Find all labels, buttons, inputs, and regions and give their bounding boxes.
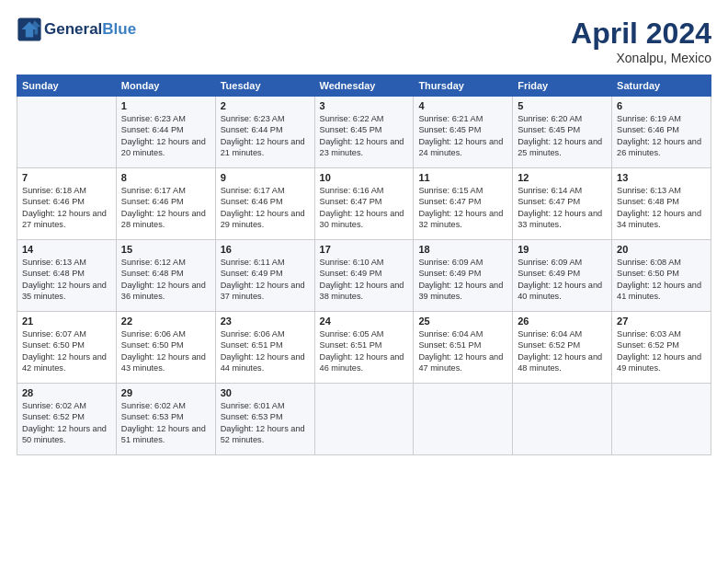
day-cell: 23 Sunrise: 6:06 AMSunset: 6:51 PMDaylig… [215,312,314,384]
day-cell: 19 Sunrise: 6:09 AMSunset: 6:49 PMDaylig… [513,240,612,312]
week-row-2: 7 Sunrise: 6:18 AMSunset: 6:46 PMDayligh… [17,168,711,240]
day-number: 1 [121,100,210,111]
day-info: Sunrise: 6:08 AMSunset: 6:50 PMDaylight:… [617,257,706,303]
logo-text: GeneralBlue [44,20,136,39]
day-number: 7 [22,172,111,183]
header: GeneralBlue April 2024 Xonalpu, Mexico [17,17,711,65]
day-number: 11 [418,172,507,183]
week-row-1: 1 Sunrise: 6:23 AMSunset: 6:44 PMDayligh… [17,97,711,168]
day-cell: 25 Sunrise: 6:04 AMSunset: 6:51 PMDaylig… [414,312,513,384]
day-info: Sunrise: 6:02 AMSunset: 6:52 PMDaylight:… [22,400,111,446]
day-cell [414,384,513,455]
day-number: 5 [518,100,607,111]
day-cell: 24 Sunrise: 6:05 AMSunset: 6:51 PMDaylig… [314,312,414,384]
day-number: 15 [121,244,210,255]
day-cell: 4 Sunrise: 6:21 AMSunset: 6:45 PMDayligh… [414,97,513,168]
day-cell [314,384,414,455]
day-info: Sunrise: 6:09 AMSunset: 6:49 PMDaylight:… [518,257,607,303]
day-number: 28 [22,387,111,398]
day-info: Sunrise: 6:11 AMSunset: 6:49 PMDaylight:… [221,257,310,303]
day-number: 14 [22,244,111,255]
day-info: Sunrise: 6:14 AMSunset: 6:47 PMDaylight:… [518,185,607,231]
day-cell [612,384,711,455]
day-info: Sunrise: 6:05 AMSunset: 6:51 PMDaylight:… [320,328,409,374]
day-info: Sunrise: 6:23 AMSunset: 6:44 PMDaylight:… [121,113,210,159]
day-cell: 20 Sunrise: 6:08 AMSunset: 6:50 PMDaylig… [612,240,711,312]
col-sunday: Sunday [17,75,117,97]
day-info: Sunrise: 6:06 AMSunset: 6:51 PMDaylight:… [221,328,310,374]
day-cell: 5 Sunrise: 6:20 AMSunset: 6:45 PMDayligh… [513,97,612,168]
logo-icon [17,17,42,42]
day-info: Sunrise: 6:13 AMSunset: 6:48 PMDaylight:… [617,185,706,231]
day-number: 29 [121,387,210,398]
day-number: 26 [518,316,607,327]
day-cell: 29 Sunrise: 6:02 AMSunset: 6:53 PMDaylig… [116,384,215,455]
day-info: Sunrise: 6:04 AMSunset: 6:51 PMDaylight:… [418,328,507,374]
day-number: 30 [221,387,310,398]
week-row-4: 21 Sunrise: 6:07 AMSunset: 6:50 PMDaylig… [17,312,711,384]
day-info: Sunrise: 6:07 AMSunset: 6:50 PMDaylight:… [22,328,111,374]
day-cell: 27 Sunrise: 6:03 AMSunset: 6:52 PMDaylig… [612,312,711,384]
day-info: Sunrise: 6:19 AMSunset: 6:46 PMDaylight:… [617,113,706,159]
col-wednesday: Wednesday [314,75,414,97]
day-number: 23 [221,316,310,327]
day-info: Sunrise: 6:17 AMSunset: 6:46 PMDaylight:… [121,185,210,231]
day-info: Sunrise: 6:22 AMSunset: 6:45 PMDaylight:… [320,113,409,159]
day-number: 18 [418,244,507,255]
day-cell: 16 Sunrise: 6:11 AMSunset: 6:49 PMDaylig… [215,240,314,312]
day-cell: 1 Sunrise: 6:23 AMSunset: 6:44 PMDayligh… [116,97,215,168]
day-number: 4 [418,100,507,111]
day-number: 22 [121,316,210,327]
col-friday: Friday [513,75,612,97]
day-cell: 8 Sunrise: 6:17 AMSunset: 6:46 PMDayligh… [116,168,215,240]
page: GeneralBlue April 2024 Xonalpu, Mexico S… [0,0,728,563]
col-saturday: Saturday [612,75,711,97]
day-cell [513,384,612,455]
day-cell: 26 Sunrise: 6:04 AMSunset: 6:52 PMDaylig… [513,312,612,384]
day-number: 25 [418,316,507,327]
title-block: April 2024 Xonalpu, Mexico [571,17,711,65]
day-cell: 17 Sunrise: 6:10 AMSunset: 6:49 PMDaylig… [314,240,414,312]
day-cell [17,97,117,168]
day-cell: 3 Sunrise: 6:22 AMSunset: 6:45 PMDayligh… [314,97,414,168]
month-title: April 2024 [571,17,711,51]
day-info: Sunrise: 6:06 AMSunset: 6:50 PMDaylight:… [121,328,210,374]
day-number: 27 [617,316,706,327]
week-row-5: 28 Sunrise: 6:02 AMSunset: 6:52 PMDaylig… [17,384,711,455]
col-tuesday: Tuesday [215,75,314,97]
day-cell: 21 Sunrise: 6:07 AMSunset: 6:50 PMDaylig… [17,312,117,384]
day-cell: 7 Sunrise: 6:18 AMSunset: 6:46 PMDayligh… [17,168,117,240]
day-cell: 13 Sunrise: 6:13 AMSunset: 6:48 PMDaylig… [612,168,711,240]
day-number: 24 [320,316,409,327]
day-cell: 28 Sunrise: 6:02 AMSunset: 6:52 PMDaylig… [17,384,117,455]
day-number: 13 [617,172,706,183]
day-cell: 18 Sunrise: 6:09 AMSunset: 6:49 PMDaylig… [414,240,513,312]
day-number: 19 [518,244,607,255]
header-row: Sunday Monday Tuesday Wednesday Thursday… [17,75,711,97]
day-info: Sunrise: 6:01 AMSunset: 6:53 PMDaylight:… [221,400,310,446]
calendar-table: Sunday Monday Tuesday Wednesday Thursday… [17,75,711,455]
day-info: Sunrise: 6:12 AMSunset: 6:48 PMDaylight:… [121,257,210,303]
day-number: 3 [320,100,409,111]
day-info: Sunrise: 6:10 AMSunset: 6:49 PMDaylight:… [320,257,409,303]
day-info: Sunrise: 6:13 AMSunset: 6:48 PMDaylight:… [22,257,111,303]
day-info: Sunrise: 6:23 AMSunset: 6:44 PMDaylight:… [221,113,310,159]
day-cell: 22 Sunrise: 6:06 AMSunset: 6:50 PMDaylig… [116,312,215,384]
day-cell: 14 Sunrise: 6:13 AMSunset: 6:48 PMDaylig… [17,240,117,312]
day-info: Sunrise: 6:16 AMSunset: 6:47 PMDaylight:… [320,185,409,231]
day-number: 16 [221,244,310,255]
day-info: Sunrise: 6:20 AMSunset: 6:45 PMDaylight:… [518,113,607,159]
day-cell: 11 Sunrise: 6:15 AMSunset: 6:47 PMDaylig… [414,168,513,240]
day-number: 21 [22,316,111,327]
day-info: Sunrise: 6:21 AMSunset: 6:45 PMDaylight:… [418,113,507,159]
day-info: Sunrise: 6:15 AMSunset: 6:47 PMDaylight:… [418,185,507,231]
day-cell: 6 Sunrise: 6:19 AMSunset: 6:46 PMDayligh… [612,97,711,168]
calendar-body: 1 Sunrise: 6:23 AMSunset: 6:44 PMDayligh… [17,97,711,455]
day-info: Sunrise: 6:02 AMSunset: 6:53 PMDaylight:… [121,400,210,446]
day-number: 10 [320,172,409,183]
logo: GeneralBlue [17,17,136,42]
day-info: Sunrise: 6:18 AMSunset: 6:46 PMDaylight:… [22,185,111,231]
col-thursday: Thursday [414,75,513,97]
day-number: 2 [221,100,310,111]
week-row-3: 14 Sunrise: 6:13 AMSunset: 6:48 PMDaylig… [17,240,711,312]
